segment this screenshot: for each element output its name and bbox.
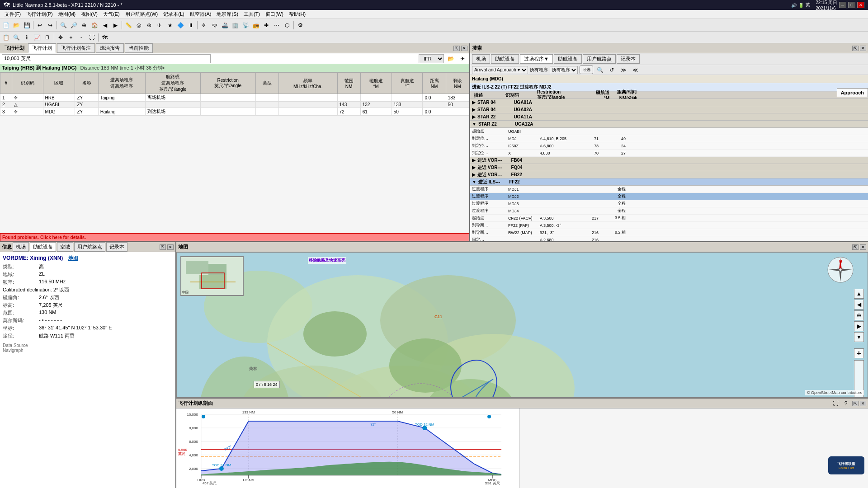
proc-vor-fq04[interactable]: ▶进近 VOR---FQ04 xyxy=(470,164,868,171)
tb-mark[interactable]: ★ xyxy=(165,20,175,30)
tb-save[interactable]: 💾 xyxy=(22,20,32,30)
fp-row-2[interactable]: 2 △ UGABI ZY 143 132 133 xyxy=(0,102,469,108)
menu-userwaypoints[interactable]: 用户航路点(W) xyxy=(123,10,161,19)
info-close-btn[interactable]: ✕ xyxy=(167,244,174,250)
fp-tab-notes[interactable]: 飞行计划备注 xyxy=(57,43,95,53)
proc-ils-ff22[interactable]: ▼进近 ILS---FF22 xyxy=(470,178,868,186)
tb2-fp[interactable]: 📋 xyxy=(1,33,11,42)
search-tab-navaid[interactable]: 助航设备 xyxy=(491,54,519,64)
flight-type-select[interactable]: IFR VFR xyxy=(419,54,444,63)
tb2-profile[interactable]: 📈 xyxy=(32,33,42,42)
nav-left-btn[interactable]: ◀ xyxy=(854,300,864,310)
nav-down-btn[interactable]: ▼ xyxy=(854,332,864,342)
search-btn[interactable]: 🔍 xyxy=(595,65,605,75)
maximize-button[interactable]: □ xyxy=(848,2,855,8)
profile-expand-btn[interactable]: ⛶ xyxy=(830,399,840,408)
info-tab-navaid[interactable]: 助航设备 xyxy=(30,242,56,252)
refresh-btn[interactable]: ↺ xyxy=(607,65,617,75)
tb-home[interactable]: 🏠 xyxy=(90,20,99,30)
close-button[interactable]: ✕ xyxy=(857,2,864,8)
tb-vor[interactable]: 📡 xyxy=(241,20,250,30)
tb-ndb[interactable]: 📻 xyxy=(251,20,261,30)
menu-tools[interactable]: 工具(T) xyxy=(241,10,263,19)
map-float-btn[interactable]: ⇱ xyxy=(852,244,859,250)
nav-map-link[interactable]: 地图 xyxy=(68,255,78,261)
proc-section-starz2-header[interactable]: ▼STAR Z2UGA12A xyxy=(470,121,868,128)
tb2-info[interactable]: ℹ xyxy=(22,33,32,42)
tb-goto[interactable]: 🔍 xyxy=(58,20,68,30)
tb-settings[interactable]: ⚙ xyxy=(295,20,305,30)
tb-airway[interactable]: ⋯ xyxy=(272,20,282,30)
collapse-btn[interactable]: ≪ xyxy=(630,65,640,75)
zoom-in-btn[interactable]: + xyxy=(854,348,864,358)
warning-bar[interactable]: Found problems. Click here for details. xyxy=(0,233,469,241)
tb2-zoomin2[interactable]: + xyxy=(66,33,76,42)
tb2-layers[interactable]: 🗺 xyxy=(100,33,110,42)
tb-open[interactable]: 📂 xyxy=(11,20,21,30)
filter-apply-btn[interactable]: 可选 xyxy=(580,66,593,74)
map-close-btn[interactable]: ✕ xyxy=(860,244,866,250)
expand-btn[interactable]: ≫ xyxy=(618,65,628,75)
tb-undo[interactable]: ↩ xyxy=(35,20,45,30)
search-tab-procedure[interactable]: 过场程序▼ xyxy=(520,54,553,64)
approach-filter-select[interactable]: Arrival and Approach ▾ xyxy=(472,66,528,74)
tb-distance[interactable]: 📏 xyxy=(123,20,133,30)
search-tab-userwp[interactable]: 用户航路点 xyxy=(583,54,616,64)
tb-zoom-in[interactable]: 🔎 xyxy=(69,20,79,30)
tb-ship[interactable]: 🚢 xyxy=(220,20,230,30)
menu-map[interactable]: 地图(M) xyxy=(56,10,79,19)
info-tab-logbook[interactable]: 记录本 xyxy=(106,242,127,252)
search-float-btn[interactable]: ⇱ xyxy=(852,46,859,51)
info-tab-airport[interactable]: 机场 xyxy=(13,242,29,252)
map-container[interactable]: FF22 MDJ (Ⅱ) A3500尺 117.10° MDT (Ⅱ) A481… xyxy=(176,252,868,398)
minimize-button[interactable]: ─ xyxy=(839,2,846,8)
profile-close-btn[interactable]: ✕ xyxy=(860,401,866,406)
menu-window[interactable]: 窗口(W) xyxy=(263,10,286,19)
fp-row-3[interactable]: 3 ✈ MDG ZY Hailang 到达机场 72 61 50 xyxy=(0,108,469,116)
menu-file[interactable]: 文件(F) xyxy=(2,10,24,19)
tb-redo[interactable]: ↪ xyxy=(45,20,55,30)
search-tab-airport[interactable]: 机场 xyxy=(472,54,490,64)
fp-tab-perf[interactable]: 当前性能 xyxy=(125,43,153,53)
tb-fix[interactable]: ✚ xyxy=(261,20,271,30)
fp-float-btn[interactable]: ⇱ xyxy=(453,46,460,51)
nav-center2-btn[interactable]: ⊕ xyxy=(854,310,864,320)
info-tab-airspace[interactable]: 空域 xyxy=(57,242,73,252)
tb-forward[interactable]: ▶ xyxy=(110,20,120,30)
tb-hold[interactable]: ⏸ xyxy=(186,20,196,30)
menu-scenery[interactable]: 地景库(S) xyxy=(214,10,241,19)
tb2-move[interactable]: ✥ xyxy=(56,33,66,42)
menu-view[interactable]: 视图(V) xyxy=(78,10,100,19)
tb2-fullmap[interactable]: ⛶ xyxy=(87,33,97,42)
tb-waypoint[interactable]: ⊛ xyxy=(144,20,154,30)
fp-row-1[interactable]: 1 ✈ HRB ZY Taiping 离场机场 0. xyxy=(0,94,469,102)
search-tab-navaid2[interactable]: 助航设备 xyxy=(554,54,582,64)
menu-logbook[interactable]: 记录本(L) xyxy=(160,10,187,19)
menu-help[interactable]: 帮助(H) xyxy=(286,10,308,19)
fp-tab-plan[interactable]: 飞行计划 xyxy=(28,43,56,53)
search-tab-logbook[interactable]: 记录本 xyxy=(617,54,640,64)
proc-filter-select[interactable]: 所有程序 xyxy=(550,66,578,74)
tb-route[interactable]: ✈ xyxy=(155,20,165,30)
profile-float-btn[interactable]: ⇱ xyxy=(852,401,859,406)
search-close-btn[interactable]: ✕ xyxy=(860,46,866,51)
fp-close-btn[interactable]: ✕ xyxy=(461,46,467,51)
tb-back[interactable]: ◀ xyxy=(100,20,110,30)
tb2-search[interactable]: 🔍 xyxy=(11,33,21,42)
proc-section-star04-header[interactable]: ▶STAR 04UGA01A xyxy=(470,99,868,106)
proc-vor-fb22[interactable]: ▶进近 VOR---FB22 xyxy=(470,171,868,178)
tb-airspace[interactable]: ⬡ xyxy=(282,20,292,30)
menu-aircraft[interactable]: 航空器(A) xyxy=(187,10,214,19)
menu-weather[interactable]: 天气(E) xyxy=(100,10,123,19)
tb-center[interactable]: ⊕ xyxy=(79,20,89,30)
tb-ai[interactable]: 🛩 xyxy=(209,20,219,30)
tb-new[interactable]: 📄 xyxy=(1,20,11,30)
nav-up-btn[interactable]: ▲ xyxy=(854,289,864,299)
fp-route-btn1[interactable]: 📂 xyxy=(446,54,456,64)
tb-airport[interactable]: 🏢 xyxy=(230,20,240,30)
fp-tab-fuel[interactable]: 燃油报告 xyxy=(96,43,124,53)
tb-pattern[interactable]: 🔷 xyxy=(175,20,185,30)
proc-section-star22-header[interactable]: ▶STAR 22UGA11A xyxy=(470,113,868,121)
fp-route-btn2[interactable]: ✈ xyxy=(458,54,467,64)
info-float-btn[interactable]: ⇱ xyxy=(160,244,166,250)
